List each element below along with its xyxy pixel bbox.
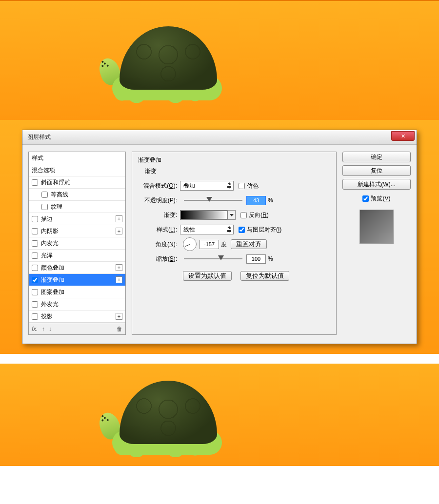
style-checkbox[interactable] xyxy=(32,228,38,234)
dialog-title: 图层样式 xyxy=(27,133,51,141)
reset-align-button[interactable]: 重置对齐 xyxy=(231,239,267,249)
style-checkbox[interactable] xyxy=(32,179,38,186)
reverse-checkbox[interactable]: 反向(R) xyxy=(240,211,269,219)
dither-checkbox[interactable]: 仿色 xyxy=(239,182,259,190)
blend-options-label: 混合选项 xyxy=(32,166,55,174)
style-checkbox[interactable] xyxy=(32,252,38,259)
gradient-dropdown-icon[interactable] xyxy=(227,211,235,219)
gradient-picker[interactable] xyxy=(180,210,236,220)
style-row[interactable]: 描边+ xyxy=(29,213,125,225)
scale-input[interactable] xyxy=(246,254,266,264)
gradient-swatch[interactable] xyxy=(180,211,227,219)
style-checkbox[interactable] xyxy=(32,277,38,283)
scale-slider[interactable] xyxy=(184,254,242,263)
style-label: 颜色叠加 xyxy=(41,264,64,272)
ok-button[interactable]: 确定 xyxy=(342,152,411,162)
style-label: 描边 xyxy=(41,215,53,223)
preview-thumbnail xyxy=(359,210,394,244)
style-checkbox[interactable] xyxy=(32,216,38,222)
section-title: 渐变叠加 xyxy=(138,156,330,164)
style-checkbox[interactable] xyxy=(32,301,38,308)
style-label: 样式(L): xyxy=(138,226,180,234)
percent-unit: % xyxy=(268,197,273,204)
turtle-illustration xyxy=(105,31,222,104)
style-row[interactable]: 投影+ xyxy=(29,310,125,323)
turtle-illustration xyxy=(105,386,222,459)
style-row[interactable]: 颜色叠加+ xyxy=(29,262,125,274)
blend-mode-label: 混合模式(O): xyxy=(138,182,180,190)
fx-icon[interactable]: fx. xyxy=(32,326,38,332)
styles-footer: fx. ↑ ↓ 🗑 xyxy=(28,323,126,335)
plus-icon[interactable]: + xyxy=(116,313,122,320)
styles-list: 样式 混合选项 斜面和浮雕等高线纹理描边+内阴影+内发光光泽颜色叠加+渐变叠加+… xyxy=(28,152,126,323)
canvas-preview-top xyxy=(0,0,439,120)
canvas-preview-bottom xyxy=(0,364,439,466)
style-checkbox[interactable] xyxy=(32,289,38,295)
trash-icon[interactable]: 🗑 xyxy=(117,326,122,332)
style-label: 纹理 xyxy=(51,203,62,211)
style-checkbox[interactable] xyxy=(32,265,38,271)
style-row[interactable]: 内发光 xyxy=(29,237,125,250)
angle-unit: 度 xyxy=(221,240,227,249)
down-icon[interactable]: ↓ xyxy=(49,326,52,332)
style-label: 光泽 xyxy=(41,252,53,260)
style-row[interactable]: 等高线 xyxy=(29,189,125,201)
reset-default-button[interactable]: 复位为默认值 xyxy=(240,271,289,281)
style-row[interactable]: 图案叠加 xyxy=(29,286,125,298)
style-row[interactable]: 外发光 xyxy=(29,298,125,310)
plus-icon[interactable]: + xyxy=(116,228,122,234)
dialog-backdrop: 图层样式 ✕ 样式 混合选项 斜面和浮雕等高线纹理描边+内阴影+内发光光泽颜色叠… xyxy=(0,120,439,354)
style-label: 投影 xyxy=(41,312,53,321)
styles-header-label: 样式 xyxy=(32,154,43,162)
opacity-slider[interactable] xyxy=(184,196,242,205)
style-checkbox[interactable] xyxy=(41,204,48,210)
style-row[interactable]: 光泽 xyxy=(29,250,125,262)
new-style-button[interactable]: 新建样式(W)... xyxy=(342,179,411,190)
blend-options-row[interactable]: 混合选项 xyxy=(29,164,125,176)
preview-checkbox[interactable]: 预览(V) xyxy=(342,194,411,203)
group-label: 渐变 xyxy=(145,167,330,175)
style-label: 渐变叠加 xyxy=(41,276,64,284)
close-button[interactable]: ✕ xyxy=(391,131,415,141)
scale-label: 缩放(S): xyxy=(138,255,180,263)
cancel-button[interactable]: 复位 xyxy=(342,165,411,176)
plus-icon[interactable]: + xyxy=(116,264,122,271)
style-row[interactable]: 内阴影+ xyxy=(29,225,125,237)
layer-style-dialog: 图层样式 ✕ 样式 混合选项 斜面和浮雕等高线纹理描边+内阴影+内发光光泽颜色叠… xyxy=(22,130,417,344)
style-label: 外发光 xyxy=(41,300,59,309)
close-icon: ✕ xyxy=(401,133,405,139)
gradient-label: 渐变: xyxy=(138,211,180,219)
style-select[interactable]: 线性 ▲▼ xyxy=(180,225,234,234)
dialog-buttons-column: 确定 复位 新建样式(W)... 预览(V) xyxy=(342,152,411,335)
styles-header-row[interactable]: 样式 xyxy=(29,152,125,164)
set-default-button[interactable]: 设置为默认值 xyxy=(183,271,232,281)
angle-label: 角度(N): xyxy=(138,240,180,249)
style-label: 斜面和浮雕 xyxy=(41,178,70,187)
plus-icon[interactable]: + xyxy=(116,276,122,283)
settings-panel: 渐变叠加 渐变 混合模式(O): 叠加 ▲▼ 仿色 不透明度(P): xyxy=(132,152,337,335)
plus-icon[interactable]: + xyxy=(116,215,122,222)
style-label: 等高线 xyxy=(51,191,68,199)
blend-mode-select[interactable]: 叠加 ▲▼ xyxy=(180,181,234,191)
styles-column: 样式 混合选项 斜面和浮雕等高线纹理描边+内阴影+内发光光泽颜色叠加+渐变叠加+… xyxy=(28,152,126,335)
style-checkbox[interactable] xyxy=(41,192,48,198)
style-label: 图案叠加 xyxy=(41,288,64,296)
style-label: 内发光 xyxy=(41,239,59,248)
opacity-label: 不透明度(P): xyxy=(138,196,180,205)
percent-unit-2: % xyxy=(268,255,273,262)
style-row[interactable]: 纹理 xyxy=(29,201,125,213)
style-row[interactable]: 渐变叠加+ xyxy=(29,274,125,286)
angle-dial[interactable] xyxy=(183,237,197,251)
style-checkbox[interactable] xyxy=(32,240,38,247)
opacity-input[interactable] xyxy=(246,196,266,205)
style-row[interactable]: 斜面和浮雕 xyxy=(29,176,125,189)
style-checkbox[interactable] xyxy=(32,313,38,320)
dialog-titlebar[interactable]: 图层样式 ✕ xyxy=(22,130,417,145)
angle-input[interactable] xyxy=(200,240,219,249)
up-icon[interactable]: ↑ xyxy=(42,326,45,332)
align-checkbox[interactable]: 与图层对齐(I) xyxy=(239,226,281,234)
style-label: 内阴影 xyxy=(41,227,59,235)
